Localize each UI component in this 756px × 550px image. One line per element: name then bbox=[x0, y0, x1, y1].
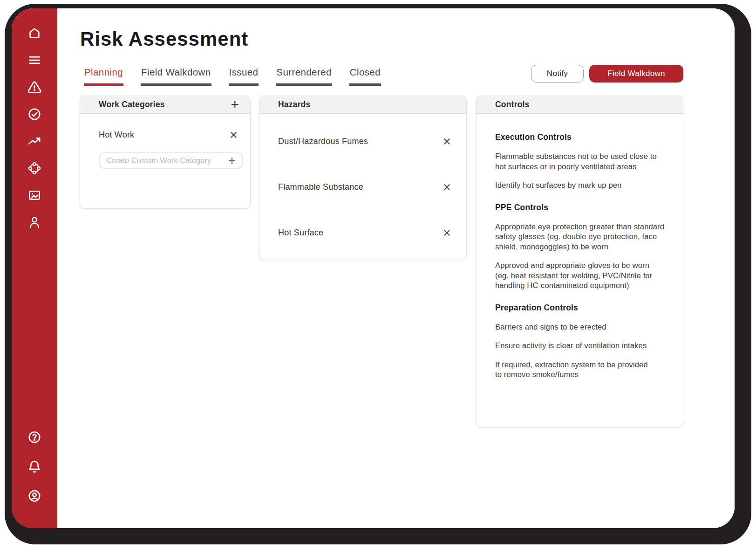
menu-icon[interactable] bbox=[27, 53, 41, 67]
control-item: Appropriate eye protection greater than … bbox=[495, 222, 671, 252]
user-icon[interactable] bbox=[27, 215, 41, 229]
custom-work-category-input[interactable] bbox=[106, 156, 226, 165]
control-item: If required, extraction system to be pro… bbox=[495, 360, 671, 380]
hazard-label: Dust/Hazardous Fumes bbox=[278, 137, 368, 146]
control-item: Identify hot surfaces by mark up pen bbox=[495, 180, 671, 191]
tab-closed[interactable]: Closed bbox=[349, 67, 381, 86]
remove-hazard-icon[interactable] bbox=[442, 136, 452, 147]
control-section-heading: Execution Controls bbox=[495, 132, 671, 142]
create-work-category-icon[interactable]: + bbox=[226, 154, 238, 167]
sidebar bbox=[12, 8, 57, 528]
remove-hazard-icon[interactable] bbox=[442, 227, 452, 238]
app-window: Risk Assessment PlanningField WalkdownIs… bbox=[12, 8, 735, 528]
notify-button[interactable]: Notify bbox=[531, 65, 584, 82]
controls-body: Execution ControlsFlammable substances n… bbox=[477, 114, 683, 380]
work-categories-panel: Work Categories + Hot Work + bbox=[80, 96, 251, 209]
notifications-bell-icon[interactable] bbox=[27, 460, 41, 474]
hazard-label: Flammable Substance bbox=[278, 182, 363, 192]
field-walkdown-button[interactable]: Field Walkdown bbox=[589, 65, 683, 82]
control-item: Ensure activity is clear of ventilation … bbox=[495, 341, 671, 351]
remove-work-category-icon[interactable] bbox=[228, 130, 239, 140]
hazards-title: Hazards bbox=[278, 100, 311, 110]
control-item: Barriers and signs to be erected bbox=[495, 322, 671, 332]
screen: Risk Assessment PlanningField WalkdownIs… bbox=[0, 0, 756, 550]
sidebar-bottom-icons bbox=[27, 430, 41, 503]
page-title: Risk Assessment bbox=[80, 28, 248, 50]
sidebar-top-icons bbox=[27, 26, 41, 229]
control-section-heading: Preparation Controls bbox=[495, 303, 671, 313]
control-section-heading: PPE Controls bbox=[495, 203, 671, 213]
hazard-row: Hot Surface bbox=[259, 210, 466, 255]
check-circle-icon[interactable] bbox=[27, 107, 41, 121]
work-category-row: Hot Work bbox=[80, 130, 250, 140]
controls-title: Controls bbox=[495, 100, 530, 110]
help-icon[interactable] bbox=[27, 430, 41, 444]
work-categories-title: Work Categories bbox=[99, 100, 165, 110]
account-icon[interactable] bbox=[27, 489, 41, 503]
tab-issued[interactable]: Issued bbox=[229, 67, 259, 86]
main-content: Risk Assessment PlanningField WalkdownIs… bbox=[57, 8, 735, 528]
network-icon[interactable] bbox=[27, 161, 41, 175]
tab-planning[interactable]: Planning bbox=[84, 67, 123, 86]
gallery-icon[interactable] bbox=[27, 188, 41, 202]
hazard-row: Dust/Hazardous Fumes bbox=[259, 118, 466, 164]
hazard-label: Hot Surface bbox=[278, 228, 323, 238]
tab-bar: PlanningField WalkdownIssuedSurrenderedC… bbox=[84, 67, 381, 86]
hazards-panel: Hazards Dust/Hazardous FumesFlammable Su… bbox=[259, 96, 467, 260]
tab-surrendered[interactable]: Surrendered bbox=[276, 67, 332, 86]
control-item: Flammable substances not to be used clos… bbox=[495, 151, 671, 172]
tab-field-walkdown[interactable]: Field Walkdown bbox=[141, 67, 211, 86]
device-frame: Risk Assessment PlanningField WalkdownIs… bbox=[5, 4, 751, 544]
remove-hazard-icon[interactable] bbox=[442, 182, 452, 192]
hazards-list: Dust/Hazardous FumesFlammable SubstanceH… bbox=[259, 114, 466, 255]
custom-work-category-field[interactable]: + bbox=[99, 152, 243, 169]
work-category-label: Hot Work bbox=[99, 130, 134, 140]
home-icon[interactable] bbox=[27, 26, 41, 40]
controls-panel: Controls Execution ControlsFlammable sub… bbox=[476, 96, 683, 427]
controls-header: Controls bbox=[477, 96, 683, 114]
work-categories-header: Work Categories + bbox=[80, 96, 250, 114]
control-item: Approved and appropriate gloves to be wo… bbox=[495, 261, 671, 291]
alert-triangle-icon[interactable] bbox=[27, 80, 41, 94]
hazards-header: Hazards bbox=[259, 96, 466, 114]
add-work-category-icon[interactable]: + bbox=[230, 97, 240, 111]
hazard-row: Flammable Substance bbox=[259, 164, 466, 210]
work-category-list: Hot Work bbox=[80, 130, 250, 140]
trending-up-icon[interactable] bbox=[27, 134, 41, 148]
